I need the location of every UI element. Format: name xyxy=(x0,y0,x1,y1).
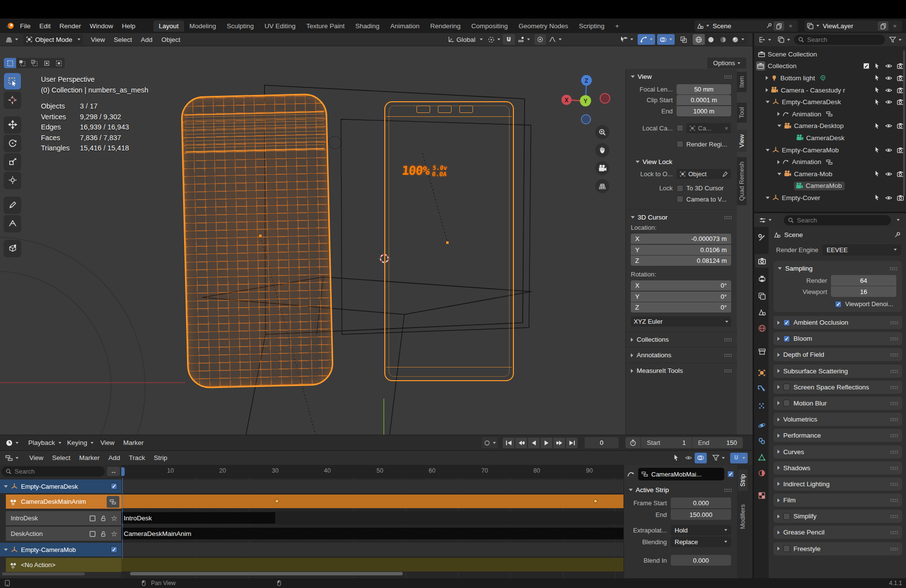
menu-window[interactable]: Window xyxy=(85,22,117,30)
hide-viewport-icon[interactable] xyxy=(885,194,892,202)
jump-to-start-button[interactable] xyxy=(503,438,514,448)
strip-frame-start-field[interactable]: 0.000 xyxy=(671,497,731,508)
tab-particles[interactable] xyxy=(755,399,769,413)
track-mute-checkbox[interactable] xyxy=(111,483,117,490)
track-cameradeskmainanim[interactable]: CameraDeskMainAnim xyxy=(6,495,121,509)
strip-frame-end-field[interactable]: 150.000 xyxy=(671,509,731,520)
row-cameradesk-data[interactable]: CameraDesk xyxy=(754,132,906,144)
tab-modifiers[interactable] xyxy=(755,383,769,396)
grip-icon[interactable] xyxy=(724,75,732,78)
row-scene-collection[interactable]: Scene Collection xyxy=(754,48,906,60)
tab-object-data[interactable] xyxy=(755,451,769,464)
cursor-rotation-y[interactable]: Y0° xyxy=(631,292,731,302)
lane-empty-cameramob[interactable] xyxy=(121,543,623,556)
workspace-tab-texture-paint[interactable]: Texture Paint xyxy=(301,20,350,32)
panel-shadows[interactable]: Shadows xyxy=(774,461,902,475)
clip-end-field[interactable]: 1000 m xyxy=(677,106,731,116)
select-mode-subtract[interactable] xyxy=(28,58,40,68)
outliner-search[interactable] xyxy=(794,35,885,45)
panel-subsurface-scattering[interactable]: Subsurface Scattering xyxy=(774,365,902,378)
render-region-checkbox[interactable] xyxy=(677,141,683,147)
viewport-menu-object[interactable]: Object xyxy=(157,36,185,43)
keyframe-icon[interactable] xyxy=(275,499,280,504)
n-tab-item[interactable]: Item xyxy=(737,72,747,92)
camera-to-view-checkbox[interactable] xyxy=(677,196,683,202)
panel-bloom[interactable]: Bloom xyxy=(774,332,902,345)
cursor-location-z[interactable]: Z0.08124 m xyxy=(631,256,731,266)
row-animation-desk[interactable]: Animation xyxy=(754,108,906,120)
proportional-editing-toggle[interactable] xyxy=(534,34,546,45)
selectable-icon[interactable] xyxy=(874,170,881,177)
panel-view-lock-header[interactable]: View Lock xyxy=(626,154,737,168)
viewport-denoising-checkbox[interactable] xyxy=(835,301,842,308)
row-empty-cover[interactable]: Empty-Cover xyxy=(754,192,906,204)
editor-type-viewport[interactable] xyxy=(3,34,20,45)
viewport-menu-select[interactable]: Select xyxy=(110,36,137,43)
track-list-scrollbar[interactable] xyxy=(2,572,85,575)
tab-scene[interactable] xyxy=(755,305,769,319)
nla-snapping-dropdown[interactable] xyxy=(730,453,748,463)
active-strip-panel-header[interactable]: Active Strip xyxy=(624,483,737,496)
hide-viewport-icon[interactable] xyxy=(885,147,892,154)
star-icon[interactable]: ☆ xyxy=(111,514,117,523)
timeline-menu-view[interactable]: View xyxy=(96,439,119,446)
viewport-menu-view[interactable]: View xyxy=(87,36,110,43)
panel-film[interactable]: Film xyxy=(774,494,902,507)
hide-viewport-icon[interactable] xyxy=(885,87,892,94)
tool-select-box[interactable] xyxy=(4,73,21,90)
workspace-tab-compositing[interactable]: Compositing xyxy=(466,20,513,32)
nla-menu-marker[interactable]: Marker xyxy=(75,454,104,461)
panel-indirect-lighting[interactable]: Indirect Lighting xyxy=(774,478,902,491)
scene-selector[interactable]: Scene × xyxy=(695,20,798,32)
nla-strip-introdesk[interactable]: IntroDesk xyxy=(121,512,275,524)
options-button[interactable]: Options xyxy=(707,57,746,69)
selectable-icon[interactable] xyxy=(874,63,881,70)
cursor-rotation-x[interactable]: X0° xyxy=(631,280,731,291)
camera-view-button[interactable] xyxy=(595,161,609,175)
strip-blend-in-field[interactable]: 0.000 xyxy=(671,555,731,566)
lane-empty-cameradesk[interactable] xyxy=(121,479,623,493)
workspace-tab-shading[interactable]: Shading xyxy=(350,20,385,32)
tab-world[interactable] xyxy=(755,321,769,335)
panel-3d-cursor-header[interactable]: 3D Cursor xyxy=(626,209,737,224)
n-tab-quad-remesh[interactable]: Quad Remesh xyxy=(737,157,747,205)
outliner-filter-dropdown[interactable] xyxy=(887,35,904,45)
nla-filter-dropdown[interactable] xyxy=(710,453,727,463)
jump-to-end-button[interactable] xyxy=(566,438,578,448)
nla-frame-ruler[interactable]: 10 20 30 40 50 60 70 80 90 xyxy=(121,465,623,478)
row-empty-cameramob[interactable]: Empty-CameraMob xyxy=(754,144,906,156)
workspace-tab-modeling[interactable]: Modeling xyxy=(184,20,222,32)
mode-selector[interactable]: Object Mode xyxy=(23,34,83,45)
orthographic-toggle-button[interactable] xyxy=(595,179,609,193)
current-frame-field[interactable]: 0 xyxy=(585,437,619,448)
menu-file[interactable]: File xyxy=(16,22,35,30)
tool-move[interactable] xyxy=(4,116,21,133)
panel-volumetrics[interactable]: Volumetrics xyxy=(774,413,902,426)
nla-horizontal-scrollbar[interactable] xyxy=(130,572,403,575)
nla-menu-view[interactable]: View xyxy=(25,454,48,461)
track-solo-checkbox[interactable] xyxy=(90,531,95,537)
proportional-falloff[interactable] xyxy=(546,34,564,45)
tab-tool[interactable] xyxy=(755,231,769,244)
tab-physics[interactable] xyxy=(755,419,769,432)
pan-view-button[interactable] xyxy=(595,143,609,157)
selectable-icon[interactable] xyxy=(874,99,881,106)
hide-viewport-icon[interactable] xyxy=(885,62,892,70)
select-mode-extend[interactable] xyxy=(16,58,28,68)
timeline-menu-keying[interactable]: Keying xyxy=(64,438,96,448)
cursor-rotation-z[interactable]: Z0° xyxy=(631,302,731,312)
select-mode-intersect[interactable] xyxy=(53,58,65,68)
editor-type-outliner[interactable] xyxy=(756,35,774,45)
view-layer-selector[interactable]: ViewLayer × xyxy=(805,20,902,32)
shading-rendered[interactable] xyxy=(729,34,747,45)
track-deskaction[interactable]: DeskAction ☆ xyxy=(6,527,121,541)
selectable-icon[interactable] xyxy=(874,194,881,201)
new-view-layer-button[interactable] xyxy=(878,21,888,31)
lock-3d-cursor-checkbox[interactable] xyxy=(677,185,683,192)
grip-icon[interactable] xyxy=(724,216,732,219)
shading-material[interactable] xyxy=(717,34,729,45)
lane-deskaction[interactable]: CameraDeskMainAnim xyxy=(121,527,623,540)
editor-type-properties[interactable] xyxy=(756,215,774,225)
blender-logo[interactable] xyxy=(0,20,16,31)
panel-collections[interactable]: Collections xyxy=(626,331,737,347)
